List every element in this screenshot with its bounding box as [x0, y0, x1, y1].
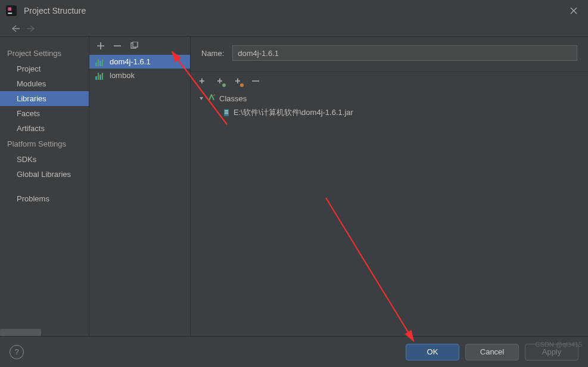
name-label: Name: [201, 49, 224, 58]
detail-toolbar: + + + [191, 72, 588, 90]
sidebar-item-modules[interactable]: Modules [0, 76, 89, 91]
svg-rect-1 [8, 7, 11, 11]
svg-rect-4 [133, 42, 138, 47]
help-icon[interactable]: ? [10, 345, 24, 359]
sidebar-item-facets[interactable]: Facets [0, 106, 89, 121]
sidebar-item-global-libraries[interactable]: Global Libraries [0, 167, 89, 182]
library-item-label: lombok [110, 71, 135, 80]
tree-group-label: Classes [219, 94, 247, 103]
library-bars-icon [95, 58, 105, 66]
ok-button[interactable]: OK [406, 344, 459, 360]
library-detail-panel: Name: + + + Classes [191, 37, 588, 336]
library-name-input[interactable] [232, 45, 577, 61]
library-toolbar [89, 37, 190, 55]
window-title: Project Structure [24, 6, 86, 15]
remove-library-icon[interactable] [113, 42, 122, 50]
sidebar-item-problems[interactable]: Problems [0, 191, 89, 206]
tree-jar-path: E:\软件\计算机软件\dom4j-1.6.1.jar [234, 107, 353, 118]
tree-group-classes[interactable]: Classes [199, 91, 588, 105]
sidebar-item-libraries[interactable]: Libraries [0, 91, 89, 106]
sidebar-scrollbar-thumb[interactable] [0, 329, 41, 336]
library-item-dom4j[interactable]: dom4j-1.6.1 [89, 55, 190, 69]
sidebar-item-project[interactable]: Project [0, 61, 89, 76]
svg-rect-8 [225, 113, 228, 114]
library-list: dom4j-1.6.1 lombok [89, 55, 190, 336]
svg-rect-5 [224, 109, 229, 116]
add-url-icon[interactable]: + [232, 76, 243, 86]
add-library-icon[interactable] [97, 42, 105, 50]
watermark: CSDN @ql3415 [536, 341, 582, 348]
settings-sidebar: Project Settings Project Modules Librari… [0, 37, 89, 336]
tree-jar-item[interactable]: E:\软件\计算机软件\dom4j-1.6.1.jar [199, 105, 588, 120]
sidebar-item-artifacts[interactable]: Artifacts [0, 121, 89, 136]
section-header-project-settings: Project Settings [0, 45, 89, 61]
dialog-footer: ? OK Cancel Apply [0, 336, 588, 367]
svg-rect-6 [225, 110, 228, 111]
remove-icon[interactable] [250, 76, 261, 86]
back-arrow-icon[interactable] [11, 25, 20, 32]
library-item-lombok[interactable]: lombok [89, 69, 190, 82]
forward-arrow-icon[interactable] [26, 25, 36, 32]
jar-icon [223, 108, 230, 117]
expanded-caret-icon[interactable] [199, 96, 204, 101]
add-icon[interactable]: + [197, 76, 207, 86]
cancel-button[interactable]: Cancel [465, 344, 519, 360]
sidebar-item-sdks[interactable]: SDKs [0, 152, 89, 167]
add-replace-icon[interactable]: + [214, 76, 225, 86]
library-item-label: dom4j-1.6.1 [110, 57, 151, 66]
app-icon [6, 5, 17, 16]
close-icon[interactable] [565, 2, 582, 19]
section-header-platform-settings: Platform Settings [0, 136, 89, 152]
copy-library-icon[interactable] [130, 42, 138, 50]
library-tree[interactable]: Classes E:\软件\计算机软件\dom4j-1.6.1.jar [191, 90, 588, 120]
library-bars-icon [95, 71, 105, 80]
classes-icon [207, 94, 216, 104]
svg-rect-7 [225, 112, 228, 113]
svg-rect-2 [8, 13, 12, 14]
library-list-panel: dom4j-1.6.1 lombok [89, 37, 191, 336]
